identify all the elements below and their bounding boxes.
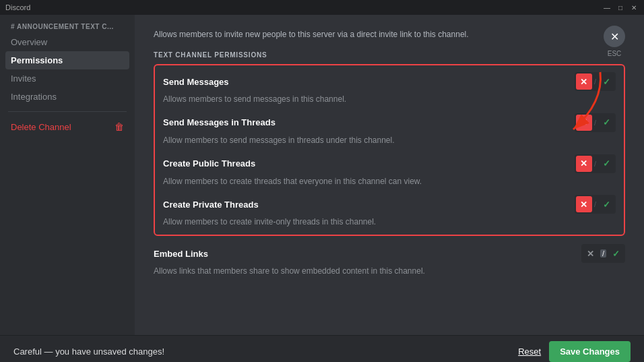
trash-icon: 🗑	[115, 121, 124, 132]
perm-send-messages-desc: Allows members to send messages in this …	[163, 94, 616, 105]
main-content: ✕ ESC Allows members to invite new peopl…	[135, 15, 644, 335]
title-bar-controls: — □ ✕	[602, 3, 639, 12]
toggle-send-messages: ✕ / ✓	[575, 72, 616, 91]
perm-private-threads-name: Create Private Threads	[163, 200, 259, 210]
esc-button[interactable]: ✕	[604, 26, 625, 47]
unsaved-bar: Careful — you have unsaved changes! Rese…	[0, 335, 644, 362]
save-changes-button[interactable]: Save Changes	[549, 341, 631, 362]
perm-embed-links-desc: Allows links that members share to show …	[154, 266, 612, 277]
channel-name: # ANNOUNCEMENT TEXT C...	[5, 23, 129, 30]
perm-row-embed-links: Embed Links ✕ / ✓ Allows links that memb…	[154, 244, 625, 277]
maximize-btn[interactable]: □	[616, 3, 625, 12]
sidebar-item-overview[interactable]: Overview	[5, 33, 129, 51]
perm-row-send-messages: Send Messages ✕ / ✓ Allows members to se…	[163, 72, 616, 105]
deny-send-messages-btn[interactable]: ✕	[576, 73, 592, 90]
allow-send-threads-btn[interactable]: ✓	[598, 115, 614, 131]
unsaved-actions: Reset Save Changes	[518, 341, 631, 362]
sidebar: # ANNOUNCEMENT TEXT C... Overview Permis…	[0, 15, 135, 335]
text-channel-permissions-label: TEXT CHANNEL PERMISSIONS	[154, 51, 625, 59]
perm-row-send-messages-threads: Send Messages in Threads ✕ / ✓ Allow mem…	[163, 113, 616, 146]
esc-label: ESC	[608, 50, 622, 57]
app-title: Discord	[5, 3, 30, 11]
perm-public-threads-desc: Allow members to create threads that eve…	[163, 176, 616, 187]
close-btn[interactable]: ✕	[629, 3, 639, 12]
sidebar-divider	[8, 111, 127, 112]
deny-send-threads-btn[interactable]: ✕	[576, 115, 592, 131]
perm-row-embed-links-header: Embed Links ✕ / ✓	[154, 244, 625, 263]
delete-channel-item[interactable]: Delete Channel 🗑	[5, 117, 129, 136]
sidebar-item-permissions[interactable]: Permissions	[5, 51, 129, 69]
sidebar-item-invites[interactable]: Invites	[5, 69, 129, 88]
esc-container: ✕ ESC	[604, 26, 625, 57]
perm-send-messages-name: Send Messages	[163, 77, 229, 87]
title-bar: Discord — □ ✕	[0, 0, 644, 15]
perm-row-private-threads-header: Create Private Threads ✕ / ✓	[163, 195, 616, 214]
sidebar-item-integrations[interactable]: Integrations	[5, 88, 129, 106]
unsaved-message: Careful — you have unsaved changes!	[13, 346, 164, 357]
invite-desc: Allows members to invite new people to t…	[154, 28, 625, 40]
allow-public-threads-btn[interactable]: ✓	[598, 156, 614, 172]
toggle-private-threads: ✕ / ✓	[575, 195, 616, 214]
toggle-public-threads: ✕ / ✓	[575, 154, 616, 173]
perm-row-create-public-threads: Create Public Threads ✕ / ✓ Allow member…	[163, 154, 616, 187]
perm-public-threads-name: Create Public Threads	[163, 158, 255, 169]
perm-row-public-threads-header: Create Public Threads ✕ / ✓	[163, 154, 616, 173]
perm-row-threads-header: Send Messages in Threads ✕ / ✓	[163, 113, 616, 132]
toggle-send-threads: ✕ / ✓	[575, 113, 616, 132]
deny-public-threads-btn[interactable]: ✕	[576, 156, 592, 172]
app-container: # ANNOUNCEMENT TEXT C... Overview Permis…	[0, 15, 644, 335]
allow-private-threads-btn[interactable]: ✓	[598, 196, 614, 212]
deny-private-threads-btn[interactable]: ✕	[576, 196, 592, 212]
highlighted-permissions-box: Send Messages ✕ / ✓ Allows members to se…	[154, 64, 625, 236]
perm-row-create-private-threads: Create Private Threads ✕ / ✓ Allow membe…	[163, 195, 616, 228]
reset-button[interactable]: Reset	[518, 346, 541, 357]
perm-threads-desc: Allow members to send messages in thread…	[163, 135, 616, 146]
perm-embed-links-name: Embed Links	[154, 249, 208, 259]
perm-threads-name: Send Messages in Threads	[163, 117, 276, 127]
allow-embed-links-btn[interactable]: ✓	[608, 245, 624, 262]
allow-send-messages-btn[interactable]: ✓	[598, 73, 614, 90]
minimize-btn[interactable]: —	[602, 3, 612, 12]
deny-embed-links-btn[interactable]: ✕	[583, 245, 599, 262]
toggle-embed-links: ✕ / ✓	[581, 244, 625, 263]
perm-private-threads-desc: Allow members to create invite-only thre…	[163, 216, 616, 228]
perm-row-send-messages-header: Send Messages ✕ / ✓	[163, 72, 616, 91]
